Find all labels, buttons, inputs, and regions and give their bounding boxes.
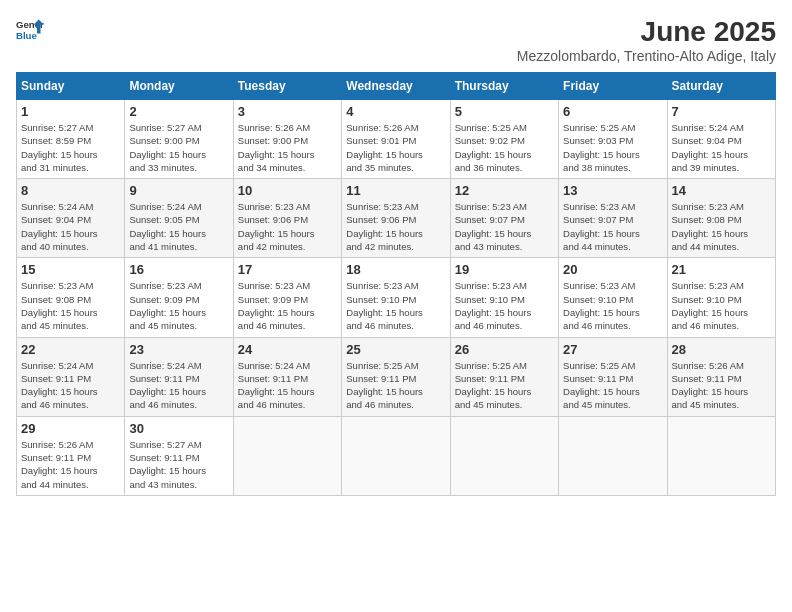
table-row: 20Sunrise: 5:23 AMSunset: 9:10 PMDayligh… xyxy=(559,258,667,337)
page-header: General Blue June 2025 Mezzolombardo, Tr… xyxy=(16,16,776,64)
calendar-title: June 2025 xyxy=(517,16,776,48)
table-row: 8Sunrise: 5:24 AMSunset: 9:04 PMDaylight… xyxy=(17,179,125,258)
table-row: 28Sunrise: 5:26 AMSunset: 9:11 PMDayligh… xyxy=(667,337,775,416)
table-row: 29Sunrise: 5:26 AMSunset: 9:11 PMDayligh… xyxy=(17,416,125,495)
title-area: June 2025 Mezzolombardo, Trentino-Alto A… xyxy=(517,16,776,64)
header-monday: Monday xyxy=(125,73,233,100)
table-row: 23Sunrise: 5:24 AMSunset: 9:11 PMDayligh… xyxy=(125,337,233,416)
calendar-header-row: Sunday Monday Tuesday Wednesday Thursday… xyxy=(17,73,776,100)
table-row: 17Sunrise: 5:23 AMSunset: 9:09 PMDayligh… xyxy=(233,258,341,337)
table-row: 9Sunrise: 5:24 AMSunset: 9:05 PMDaylight… xyxy=(125,179,233,258)
table-row xyxy=(559,416,667,495)
logo-icon: General Blue xyxy=(16,16,44,44)
svg-text:Blue: Blue xyxy=(16,30,37,41)
table-row: 4Sunrise: 5:26 AMSunset: 9:01 PMDaylight… xyxy=(342,100,450,179)
header-thursday: Thursday xyxy=(450,73,558,100)
table-row: 5Sunrise: 5:25 AMSunset: 9:02 PMDaylight… xyxy=(450,100,558,179)
table-row xyxy=(342,416,450,495)
table-row: 13Sunrise: 5:23 AMSunset: 9:07 PMDayligh… xyxy=(559,179,667,258)
table-row xyxy=(667,416,775,495)
header-tuesday: Tuesday xyxy=(233,73,341,100)
calendar-subtitle: Mezzolombardo, Trentino-Alto Adige, Ital… xyxy=(517,48,776,64)
table-row: 3Sunrise: 5:26 AMSunset: 9:00 PMDaylight… xyxy=(233,100,341,179)
table-row: 27Sunrise: 5:25 AMSunset: 9:11 PMDayligh… xyxy=(559,337,667,416)
header-saturday: Saturday xyxy=(667,73,775,100)
table-row: 2Sunrise: 5:27 AMSunset: 9:00 PMDaylight… xyxy=(125,100,233,179)
table-row: 19Sunrise: 5:23 AMSunset: 9:10 PMDayligh… xyxy=(450,258,558,337)
header-wednesday: Wednesday xyxy=(342,73,450,100)
table-row: 18Sunrise: 5:23 AMSunset: 9:10 PMDayligh… xyxy=(342,258,450,337)
table-row: 10Sunrise: 5:23 AMSunset: 9:06 PMDayligh… xyxy=(233,179,341,258)
calendar-table: Sunday Monday Tuesday Wednesday Thursday… xyxy=(16,72,776,496)
table-row: 15Sunrise: 5:23 AMSunset: 9:08 PMDayligh… xyxy=(17,258,125,337)
table-row: 30Sunrise: 5:27 AMSunset: 9:11 PMDayligh… xyxy=(125,416,233,495)
table-row: 16Sunrise: 5:23 AMSunset: 9:09 PMDayligh… xyxy=(125,258,233,337)
header-sunday: Sunday xyxy=(17,73,125,100)
table-row: 25Sunrise: 5:25 AMSunset: 9:11 PMDayligh… xyxy=(342,337,450,416)
header-friday: Friday xyxy=(559,73,667,100)
table-row: 24Sunrise: 5:24 AMSunset: 9:11 PMDayligh… xyxy=(233,337,341,416)
table-row: 22Sunrise: 5:24 AMSunset: 9:11 PMDayligh… xyxy=(17,337,125,416)
table-row: 11Sunrise: 5:23 AMSunset: 9:06 PMDayligh… xyxy=(342,179,450,258)
table-row: 12Sunrise: 5:23 AMSunset: 9:07 PMDayligh… xyxy=(450,179,558,258)
table-row: 26Sunrise: 5:25 AMSunset: 9:11 PMDayligh… xyxy=(450,337,558,416)
table-row: 21Sunrise: 5:23 AMSunset: 9:10 PMDayligh… xyxy=(667,258,775,337)
logo: General Blue xyxy=(16,16,44,44)
table-row xyxy=(233,416,341,495)
table-row: 6Sunrise: 5:25 AMSunset: 9:03 PMDaylight… xyxy=(559,100,667,179)
table-row: 14Sunrise: 5:23 AMSunset: 9:08 PMDayligh… xyxy=(667,179,775,258)
table-row: 1Sunrise: 5:27 AMSunset: 8:59 PMDaylight… xyxy=(17,100,125,179)
table-row: 7Sunrise: 5:24 AMSunset: 9:04 PMDaylight… xyxy=(667,100,775,179)
table-row xyxy=(450,416,558,495)
